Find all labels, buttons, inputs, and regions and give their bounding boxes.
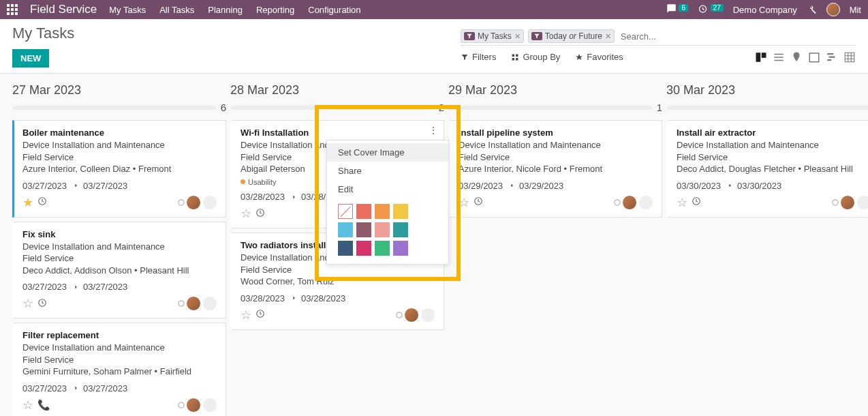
close-icon[interactable]: ✕ [605,32,611,41]
color-swatch[interactable] [375,222,390,237]
color-swatch[interactable] [393,222,408,237]
user-avatar[interactable] [840,195,855,210]
messages-icon[interactable]: 6 [666,3,688,16]
task-card[interactable]: Wi-fi Installation Device Installation a… [230,120,444,228]
apps-icon[interactable] [7,4,18,15]
pivot-view-icon[interactable] [843,51,856,63]
kanban-column: 27 Mar 2023 6Boiler maintenance Device I… [12,83,230,416]
state-dot[interactable] [396,312,403,318]
card-dates: 03/27/202303/27/2023 [22,181,217,191]
list-view-icon[interactable] [773,51,785,63]
state-dot[interactable] [832,199,839,206]
card-dates: 03/30/202303/30/2023 [677,181,868,191]
svg-rect-10 [827,59,831,61]
state-dot[interactable] [178,199,185,206]
nav-link[interactable]: Planning [208,5,243,15]
state-dot[interactable] [178,300,185,307]
svg-rect-6 [762,53,766,58]
star-icon[interactable]: ☆ [22,398,33,413]
star-icon[interactable]: ☆ [241,308,251,323]
filters-button[interactable]: Filters [461,52,496,62]
kebab-icon[interactable]: ⋮ [429,125,438,136]
set-cover-image[interactable]: Set Cover Image [327,143,448,162]
clock-icon[interactable] [255,208,265,220]
user-avatar[interactable] [186,296,201,311]
star-icon[interactable]: ☆ [677,195,687,210]
color-swatch[interactable] [338,222,353,237]
search-input[interactable] [619,29,856,44]
column-count: 2 [439,102,444,113]
column-date: 28 Mar 2023 [230,83,444,98]
color-swatch[interactable] [356,241,371,256]
close-icon[interactable]: ✕ [514,32,521,41]
color-swatch[interactable] [375,204,390,219]
phone-icon[interactable]: 📞 [37,399,50,411]
app-brand[interactable]: Field Service [30,3,97,16]
task-card[interactable]: Install pipeline system Device Installat… [448,120,662,218]
nav-links: My TasksAll TasksPlanningReportingConfig… [109,5,360,15]
control-panel: My Tasks NEW My Tasks ✕ Today or Future … [0,19,868,74]
user-avatar[interactable] [622,195,637,210]
color-swatch[interactable] [338,241,353,256]
nav-link[interactable]: Configuration [308,5,360,15]
svg-rect-8 [827,53,833,55]
svg-rect-4 [516,58,518,61]
clock-icon[interactable] [692,196,701,208]
card-title: Fix sink [22,229,217,239]
star-icon[interactable]: ☆ [22,296,33,311]
color-swatch[interactable] [393,241,408,256]
edit[interactable]: Edit [327,180,448,198]
nav-link[interactable]: Reporting [256,5,294,15]
state-dot[interactable] [614,199,621,206]
svg-rect-1 [512,54,515,57]
nav-link[interactable]: All Tasks [159,5,194,15]
filter-chip-mytasks[interactable]: My Tasks ✕ [461,29,524,43]
star-icon[interactable]: ☆ [241,206,251,221]
tools-icon[interactable] [807,5,817,15]
favorites-button[interactable]: Favorites [575,52,623,62]
new-button[interactable]: NEW [12,49,49,68]
task-card[interactable]: Install air extractor Device Installatio… [666,120,868,218]
card-title: Install pipeline system [459,128,653,138]
kanban-column: 30 Mar 2023 1Install air extractor Devic… [666,83,868,222]
color-swatch[interactable] [356,222,371,237]
timer-icon[interactable]: 27 [698,3,724,16]
card-title: Install air extractor [677,128,868,138]
task-card[interactable]: Boiler maintenance Device Installation a… [12,120,226,218]
user-avatar[interactable] [186,195,201,210]
user-avatar[interactable] [404,308,419,323]
column-date: 30 Mar 2023 [666,83,868,98]
color-swatch[interactable] [356,204,371,219]
company-selector[interactable]: Demo Company [733,5,797,15]
column-date: 29 Mar 2023 [448,83,662,98]
task-card[interactable]: Fix sink Device Installation and Mainten… [12,222,226,319]
filter-chip-today-future[interactable]: Today or Future ✕ [528,29,615,43]
groupby-button[interactable]: Group By [511,52,560,62]
state-dot[interactable] [178,402,185,408]
user-avatar-placeholder [202,398,217,413]
user-avatar[interactable] [826,3,840,16]
share[interactable]: Share [327,162,448,180]
color-swatch-none[interactable] [338,204,353,219]
svg-rect-5 [756,53,761,62]
clock-icon[interactable] [255,309,265,321]
clock-icon[interactable] [37,298,47,310]
user-avatar-placeholder [856,195,868,210]
star-icon[interactable]: ★ [22,195,33,210]
clock-icon[interactable] [37,196,47,208]
kanban-view-icon[interactable] [755,51,767,63]
user-avatar-placeholder [202,195,217,210]
card-title: Boiler maintenance [22,128,217,138]
calendar-view-icon[interactable] [808,51,820,63]
color-swatch[interactable] [393,204,408,219]
gantt-view-icon[interactable] [826,51,838,63]
map-view-icon[interactable] [790,51,803,63]
color-swatch[interactable] [375,241,390,256]
card-dates: 03/29/202303/29/2023 [459,181,653,191]
star-icon[interactable]: ☆ [459,195,469,210]
column-progress [666,106,868,110]
user-avatar[interactable] [186,398,201,413]
nav-link[interactable]: My Tasks [109,5,146,15]
task-card[interactable]: Filter replacement Device Installation a… [12,323,226,416]
clock-icon[interactable] [474,196,483,208]
